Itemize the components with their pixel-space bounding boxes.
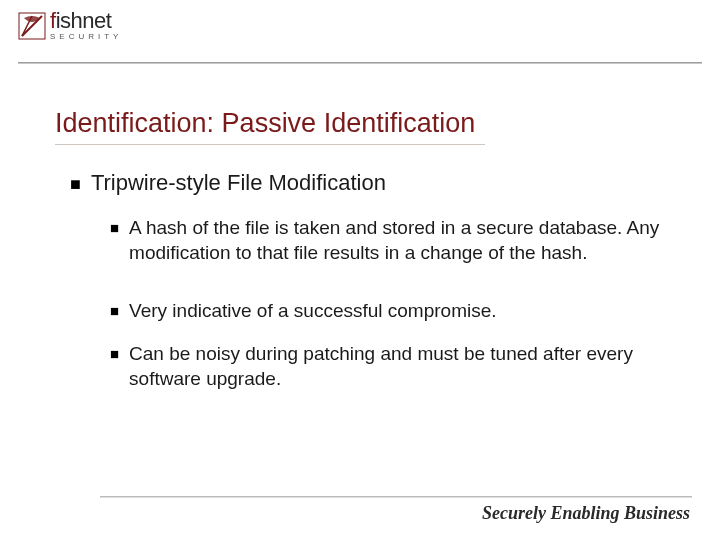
bullet-level2: ■ A hash of the file is taken and stored…: [110, 216, 670, 265]
bullet-level2-group: ■ A hash of the file is taken and stored…: [110, 216, 670, 391]
footer-tagline: Securely Enabling Business: [482, 503, 690, 524]
title-underline: [55, 144, 485, 145]
bullet-level2: ■ Can be noisy during patching and must …: [110, 342, 670, 391]
slide-title: Identification: Passive Identification: [55, 108, 680, 139]
brand-logo: fishnet SECURITY: [18, 10, 122, 41]
logo-text: fishnet SECURITY: [50, 10, 122, 41]
slide: fishnet SECURITY Identification: Passive…: [0, 0, 720, 540]
logo-subtext: SECURITY: [50, 33, 122, 41]
bullet-level1-text: Tripwire-style File Modification: [91, 170, 386, 196]
bullet-level2-text: A hash of the file is taken and stored i…: [129, 216, 670, 265]
slide-body: ■ Tripwire-style File Modification ■ A h…: [70, 170, 670, 409]
bullet-level2-text: Very indicative of a successful compromi…: [129, 299, 670, 324]
square-bullet-icon: ■: [110, 216, 119, 240]
footer-divider: [100, 496, 692, 498]
spacer: [110, 283, 670, 299]
square-bullet-icon: ■: [70, 170, 81, 198]
bullet-level2: ■ Very indicative of a successful compro…: [110, 299, 670, 324]
square-bullet-icon: ■: [110, 299, 119, 323]
bullet-level1: ■ Tripwire-style File Modification: [70, 170, 670, 198]
header-divider: [18, 62, 702, 64]
logo-rest: ishnet: [56, 8, 112, 33]
bullet-level2-text: Can be noisy during patching and must be…: [129, 342, 670, 391]
logo-mark-icon: [18, 12, 46, 40]
logo-wordmark: fishnet: [50, 10, 122, 32]
square-bullet-icon: ■: [110, 342, 119, 366]
